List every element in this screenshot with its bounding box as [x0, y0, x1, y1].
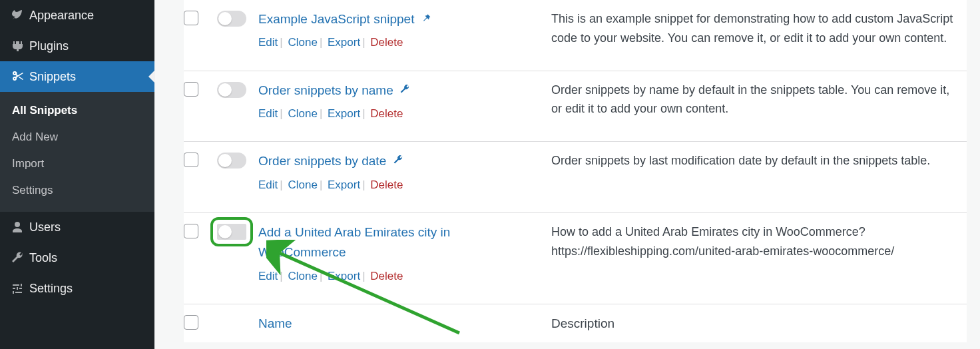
column-header-description: Description: [551, 316, 614, 330]
clone-link[interactable]: Clone: [288, 178, 317, 191]
row-toggle[interactable]: [217, 11, 246, 27]
sidebar-item-label: Tools: [29, 251, 57, 265]
clone-link[interactable]: Clone: [288, 107, 317, 120]
table-row: Order snippets by name Edit| Clone| Expo…: [184, 71, 967, 142]
sidebar-item-label: Snippets: [29, 70, 76, 84]
snippet-title-link[interactable]: Example JavaScript snippet: [258, 12, 431, 26]
row-actions: Edit| Clone| Export| Delete: [258, 33, 538, 51]
submenu-item-add-new[interactable]: Add New: [0, 124, 154, 151]
clone-link[interactable]: Clone: [288, 270, 317, 282]
row-checkbox[interactable]: [184, 82, 198, 97]
column-header-name[interactable]: Name: [258, 316, 292, 330]
delete-link[interactable]: Delete: [370, 107, 403, 120]
select-all-checkbox[interactable]: [184, 315, 198, 330]
snippet-description: How to add a United Arab Emirates city i…: [551, 222, 953, 261]
table-row: Example JavaScript snippet Edit| Clone| …: [184, 0, 967, 71]
sidebar-item-plugins[interactable]: Plugins: [0, 31, 154, 61]
edit-link[interactable]: Edit: [258, 178, 278, 191]
snippet-description: This is an example snippet for demonstra…: [551, 9, 953, 48]
sidebar-item-settings[interactable]: Settings: [0, 273, 154, 304]
sidebar-submenu: All Snippets Add New Import Settings: [0, 92, 154, 212]
row-checkbox[interactable]: [184, 153, 198, 167]
sidebar-item-users[interactable]: Users: [0, 212, 154, 242]
snippet-title-link[interactable]: Order snippets by name: [258, 83, 410, 97]
delete-link[interactable]: Delete: [370, 178, 403, 191]
row-toggle[interactable]: [217, 153, 246, 169]
row-toggle[interactable]: [217, 82, 246, 98]
sliders-icon: [11, 281, 29, 296]
table-row: Order snippets by date Edit| Clone| Expo…: [184, 142, 967, 213]
row-checkbox[interactable]: [184, 224, 198, 238]
sidebar-item-label: Plugins: [29, 39, 69, 53]
admin-sidebar: Appearance Plugins Snippets All Snippets…: [0, 0, 154, 349]
submenu-item-import[interactable]: Import: [0, 151, 154, 177]
user-icon: [11, 220, 29, 234]
clone-link[interactable]: Clone: [288, 36, 317, 49]
content-area: Example JavaScript snippet Edit| Clone| …: [154, 0, 980, 349]
scissors-icon: [11, 69, 29, 84]
pin-icon: [421, 12, 431, 26]
sidebar-item-snippets[interactable]: Snippets: [0, 61, 154, 92]
delete-link[interactable]: Delete: [370, 36, 403, 49]
edit-link[interactable]: Edit: [258, 107, 278, 120]
sidebar-item-appearance[interactable]: Appearance: [0, 0, 154, 31]
snippets-table: Example JavaScript snippet Edit| Clone| …: [184, 0, 967, 342]
export-link[interactable]: Export: [328, 107, 360, 120]
submenu-item-settings[interactable]: Settings: [0, 177, 154, 204]
sidebar-item-label: Users: [29, 220, 61, 234]
snippet-title-link[interactable]: Add a United Arab Emirates city in WooCo…: [258, 225, 450, 259]
table-footer: Name Description: [184, 304, 967, 342]
snippet-description: Order snippets by name by default in the…: [551, 81, 953, 119]
edit-link[interactable]: Edit: [258, 270, 278, 282]
submenu-item-all-snippets[interactable]: All Snippets: [0, 97, 154, 124]
row-actions: Edit| Clone| Export| Delete: [258, 105, 538, 123]
export-link[interactable]: Export: [328, 270, 360, 282]
sidebar-item-label: Settings: [29, 282, 73, 296]
sidebar-item-label: Appearance: [29, 9, 94, 23]
wrench-icon: [399, 83, 410, 97]
export-link[interactable]: Export: [328, 36, 360, 49]
delete-link[interactable]: Delete: [370, 270, 403, 282]
row-actions: Edit| Clone| Export| Delete: [258, 267, 538, 285]
row-toggle[interactable]: [217, 224, 246, 240]
brush-icon: [11, 8, 29, 23]
snippet-description: Order snippets by last modification date…: [551, 151, 953, 171]
plug-icon: [11, 39, 29, 53]
edit-link[interactable]: Edit: [258, 36, 278, 49]
row-checkbox[interactable]: [184, 11, 198, 25]
snippet-title-link[interactable]: Order snippets by date: [258, 154, 403, 168]
export-link[interactable]: Export: [328, 178, 360, 191]
wrench-icon: [393, 154, 403, 168]
sidebar-item-tools[interactable]: Tools: [0, 242, 154, 273]
row-actions: Edit| Clone| Export| Delete: [258, 176, 538, 194]
wrench-icon: [11, 250, 29, 265]
table-row: Add a United Arab Emirates city in WooCo…: [184, 212, 967, 304]
